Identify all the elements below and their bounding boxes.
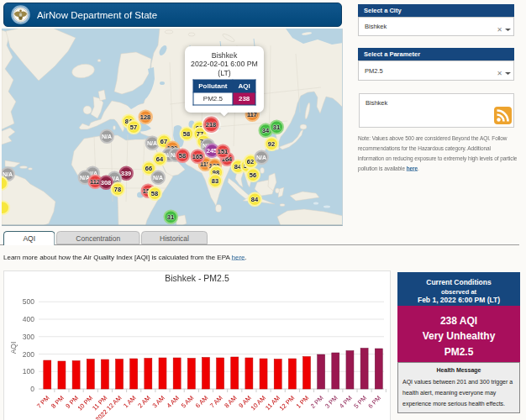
- svg-text:4 AM: 4 AM: [166, 394, 181, 409]
- svg-text:7 AM: 7 AM: [208, 394, 224, 409]
- svg-text:100: 100: [23, 367, 34, 375]
- svg-text:7 PM: 7 PM: [35, 394, 51, 410]
- svg-text:400: 400: [23, 315, 34, 323]
- svg-text:8 AM: 8 AM: [223, 394, 238, 409]
- svg-text:3 AM: 3 AM: [150, 394, 166, 409]
- svg-text:4 PM: 4 PM: [338, 394, 354, 410]
- svg-text:12 PM: 12 PM: [278, 394, 297, 412]
- svg-text:200: 200: [23, 350, 34, 359]
- svg-text:6 AM: 6 AM: [194, 394, 209, 409]
- svg-text:10 PM: 10 PM: [76, 394, 94, 412]
- svg-text:500: 500: [23, 297, 34, 306]
- svg-text:3 PM: 3 PM: [323, 394, 339, 410]
- svg-text:5 AM: 5 AM: [180, 394, 195, 409]
- svg-text:1 PM: 1 PM: [295, 394, 311, 410]
- svg-text:2 PM: 2 PM: [309, 394, 325, 410]
- svg-text:10 AM: 10 AM: [250, 394, 267, 412]
- svg-text:0: 0: [30, 385, 34, 393]
- svg-text:11 AM: 11 AM: [264, 394, 281, 412]
- svg-text:8 PM: 8 PM: [50, 394, 66, 410]
- svg-text:1 AM: 1 AM: [122, 394, 137, 409]
- svg-text:5 PM: 5 PM: [352, 394, 368, 410]
- svg-text:6 PM: 6 PM: [366, 394, 382, 410]
- svg-text:300: 300: [23, 333, 34, 341]
- svg-text:AQI: AQI: [9, 342, 18, 354]
- svg-text:2 AM: 2 AM: [136, 394, 151, 409]
